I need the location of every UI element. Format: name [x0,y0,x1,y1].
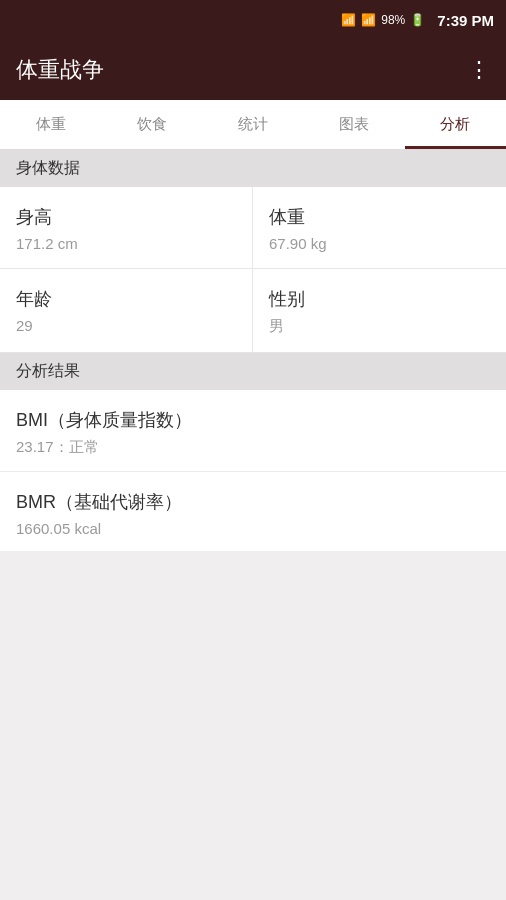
wifi-icon: 📶 [341,13,356,27]
age-cell[interactable]: 年龄 29 [0,269,253,352]
status-time: 7:39 PM [437,12,494,29]
signal-icon: 📶 [361,13,376,27]
bmi-item[interactable]: BMI（身体质量指数） 23.17：正常 [0,390,506,472]
tab-bar: 体重 饮食 统计 图表 分析 [0,100,506,150]
bmi-label: BMI（身体质量指数） [16,408,490,432]
bmi-value: 23.17：正常 [16,438,490,457]
bmr-label: BMR（基础代谢率） [16,490,490,514]
more-options-icon[interactable]: ⋮ [468,57,490,83]
gender-cell[interactable]: 性别 男 [253,269,506,352]
analysis-section-header: 分析结果 [0,353,506,390]
content-area: 身体数据 身高 171.2 cm 体重 67.90 kg 年龄 29 性别 男 … [0,150,506,551]
body-data-section-header: 身体数据 [0,150,506,187]
gender-label: 性别 [269,287,490,311]
height-value: 171.2 cm [16,235,236,252]
battery-icon: 🔋 [410,13,425,27]
weight-cell[interactable]: 体重 67.90 kg [253,187,506,269]
tab-analysis[interactable]: 分析 [405,100,506,149]
age-value: 29 [16,317,236,334]
app-bar: 体重战争 ⋮ [0,40,506,100]
app-title: 体重战争 [16,55,104,85]
gender-value: 男 [269,317,490,336]
height-label: 身高 [16,205,236,229]
status-icons: 📶 📶 98% 🔋 [341,13,425,27]
weight-label: 体重 [269,205,490,229]
bmr-item[interactable]: BMR（基础代谢率） 1660.05 kcal [0,472,506,551]
height-cell[interactable]: 身高 171.2 cm [0,187,253,269]
age-label: 年龄 [16,287,236,311]
bmr-value: 1660.05 kcal [16,520,490,537]
battery-text: 98% [381,13,405,27]
tab-weight[interactable]: 体重 [0,100,101,149]
tab-chart[interactable]: 图表 [304,100,405,149]
analysis-section: BMI（身体质量指数） 23.17：正常 BMR（基础代谢率） 1660.05 … [0,390,506,551]
status-bar: 📶 📶 98% 🔋 7:39 PM [0,0,506,40]
tab-stats[interactable]: 统计 [202,100,303,149]
weight-value: 67.90 kg [269,235,490,252]
tab-diet[interactable]: 饮食 [101,100,202,149]
body-data-grid: 身高 171.2 cm 体重 67.90 kg 年龄 29 性别 男 [0,187,506,353]
